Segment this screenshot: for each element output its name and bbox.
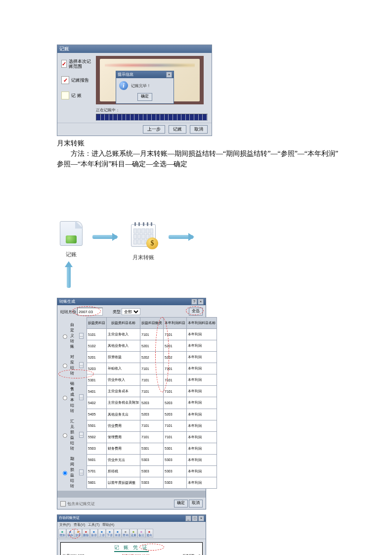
cancel-button[interactable]: 取消 bbox=[189, 500, 203, 508]
table-row[interactable]: 5502管理费用71017101本年利润 bbox=[87, 431, 217, 443]
table-row[interactable]: 5801以前年度损益调整53035303本年利润 bbox=[87, 477, 217, 488]
table-row[interactable]: 5102其他业务收入52015201本年利润 bbox=[87, 340, 217, 352]
calendar-icon: $ bbox=[131, 224, 156, 247]
toolbar-button[interactable]: ■流量 bbox=[130, 529, 137, 538]
table-row[interactable]: 5203补贴收入71017101本年利润 bbox=[87, 363, 217, 374]
bookkeeping-dialog: 记账 ✓选择本次记账范围 ✓记账报告 记 账 提示信息 × i bbox=[57, 45, 212, 136]
voucher-window: 自动转账凭证 _□× 文件(F)查看(V)工具(T)帮助(H) ■增加■保存■放… bbox=[57, 514, 206, 555]
section-heading: 月末转账 bbox=[57, 138, 343, 148]
col-header: 损益类科目 bbox=[87, 318, 107, 329]
cancel-button[interactable]: 取消 bbox=[190, 125, 208, 134]
ref-icon[interactable]: … bbox=[79, 432, 84, 438]
transfer-type-radios: 自定义转账… 对应结转… 销售成本结转… 汇兑损益结转… 期间损益结转… bbox=[60, 317, 84, 489]
menu-item[interactable]: 文件(F) bbox=[59, 522, 71, 527]
ref-icon[interactable]: … bbox=[79, 333, 84, 339]
check-icon bbox=[61, 92, 69, 99]
month-label: 结转月份 bbox=[60, 309, 76, 315]
menu-item[interactable]: 帮助(H) bbox=[102, 522, 114, 527]
toolbar-button[interactable]: ■增加 bbox=[58, 529, 66, 538]
doc-icon bbox=[60, 221, 83, 246]
col-header: 损益类科目名称 bbox=[107, 318, 140, 329]
window-title: 转账生成 bbox=[59, 299, 75, 305]
message-dialog: 提示信息 × i 记账完毕！ 确定 bbox=[116, 71, 174, 104]
transfer-settings-dialog: 转账生成 ?× 结转月份 类型 全部 全选 自定义转账… 对应结转… 销售成本结… bbox=[57, 298, 206, 509]
table-row[interactable]: 5601营业外支出53035303本年利润 bbox=[87, 454, 217, 465]
toolbar-button[interactable]: ■放弃 bbox=[74, 529, 82, 538]
col-header: 本年利润科目 bbox=[164, 318, 187, 329]
table-row[interactable]: 5501营业费用71017101本年利润 bbox=[87, 420, 217, 431]
window-controls[interactable]: ?× bbox=[191, 299, 204, 305]
ok-button[interactable]: 确定 bbox=[137, 93, 152, 101]
check-label: 记账报告 bbox=[71, 78, 89, 83]
flow-node-bookkeeping: 记账 bbox=[54, 221, 88, 258]
table-row[interactable]: 5301营业外收入71017101本年利润 bbox=[87, 374, 217, 386]
scroll-spacer bbox=[57, 491, 206, 498]
table-row[interactable]: 5101主营业务收入71017101本年利润 bbox=[87, 329, 217, 340]
check-icon: ✓ bbox=[61, 60, 67, 68]
flowchart: 记账 $ 月末转账 bbox=[57, 182, 205, 293]
dialog-footer: 上一步 记账 取消 bbox=[57, 123, 212, 136]
post-button[interactable]: 记账 bbox=[169, 125, 186, 134]
col-header: 本年利润科目名称 bbox=[187, 318, 217, 329]
subject-table: 损益类科目 损益类科目名称 损益科目账类 本年利润科目 本年利润科目名称 510… bbox=[87, 317, 217, 489]
message-text: 记账完毕！ bbox=[131, 83, 151, 89]
menu-item[interactable]: 查看(V) bbox=[74, 522, 85, 527]
col-header: 损益科目账类 bbox=[140, 318, 164, 329]
table-row[interactable]: 5401主营业务成本71017101本年利润 bbox=[87, 386, 217, 397]
include-unposted-checkbox[interactable]: 包含未记账凭证 bbox=[60, 501, 95, 507]
prev-button[interactable]: 上一步 bbox=[143, 125, 165, 134]
table-row[interactable]: 5701所得税53035303本年利润 bbox=[87, 465, 217, 477]
type-select[interactable]: 全部 bbox=[122, 308, 140, 315]
coin-icon: $ bbox=[146, 237, 158, 249]
table-row[interactable]: 5201投资收益52025202本年利润 bbox=[87, 352, 217, 363]
menu-bar[interactable]: 文件(F)查看(V)工具(T)帮助(H) bbox=[57, 522, 206, 528]
toolbar-button[interactable]: ■上张 bbox=[98, 529, 106, 538]
ref-icon[interactable]: … bbox=[79, 362, 84, 368]
table-row[interactable]: 5503财务费用53015301本年利润 bbox=[87, 443, 217, 454]
check-label: 记 账 bbox=[71, 93, 82, 98]
radio-exchange[interactable]: 汇兑损益结转… bbox=[60, 418, 84, 451]
select-all-button[interactable]: 全选 bbox=[189, 308, 203, 316]
arrow-up-icon bbox=[67, 263, 71, 288]
radio-period-pl[interactable]: 期间损益结转… bbox=[60, 456, 84, 489]
method-paragraph: 方法：进入总账系统—月末转账—期间损益结转—“期间损益结转”—“参照”—“本年利… bbox=[57, 148, 343, 169]
left-checklist: ✓选择本次记账范围 ✓记账报告 记 账 bbox=[61, 56, 92, 121]
toolbar-button[interactable]: ■保存 bbox=[66, 529, 74, 538]
arrow-icon bbox=[169, 235, 193, 239]
radio-sales-cost[interactable]: 销售成本结转… bbox=[60, 381, 84, 414]
type-label: 类型 bbox=[113, 309, 121, 315]
info-icon: i bbox=[119, 81, 128, 90]
progress-label: 正在记账中： bbox=[96, 107, 208, 113]
radio-corresp[interactable]: 对应结转… bbox=[60, 354, 84, 376]
ref-icon[interactable]: … bbox=[79, 469, 84, 475]
arrow-icon bbox=[92, 235, 117, 239]
window-title: 记账 bbox=[57, 45, 212, 53]
month-input[interactable] bbox=[77, 308, 103, 316]
ref-icon[interactable]: … bbox=[79, 394, 84, 400]
toolbar-button[interactable]: ■退出 bbox=[145, 529, 153, 538]
window-title: 自动转账凭证 bbox=[59, 515, 80, 521]
table-row[interactable]: 5402主营业务税金及附加52035203本年利润 bbox=[87, 397, 217, 409]
toolbar-button[interactable]: ■备注 bbox=[137, 529, 145, 538]
toolbar-button[interactable]: ■查询 bbox=[122, 529, 130, 538]
ok-button[interactable]: 确定 bbox=[174, 500, 188, 508]
voucher-document: 记 账 凭 证 转 字 0001 0003 制单日期 2009.10.30 附单… bbox=[60, 542, 203, 555]
table-row[interactable]: 5405其他业务支出52035203本年利润 bbox=[87, 409, 217, 420]
progress-bar bbox=[96, 114, 208, 121]
dialog-body: ✓选择本次记账范围 ✓记账报告 记 账 提示信息 × i 记账完毕！ bbox=[57, 53, 212, 123]
banner-image: 提示信息 × i 记账完毕！ 确定 bbox=[96, 56, 204, 104]
flow-node-monthend: $ 月末转账 bbox=[124, 221, 163, 261]
close-icon[interactable]: × bbox=[166, 72, 172, 78]
check-icon: ✓ bbox=[61, 76, 69, 84]
check-label: 选择本次记账范围 bbox=[69, 59, 92, 69]
toolbar-button[interactable]: ■删除 bbox=[82, 529, 90, 538]
toolbar[interactable]: ■增加■保存■放弃■删除■首张■上张■下张■末张■查询■流量■备注■退出 bbox=[57, 528, 206, 539]
message-title: 提示信息 × bbox=[116, 71, 174, 78]
toolbar-button[interactable]: ■首张 bbox=[90, 529, 98, 538]
body-text: 月末转账 方法：进入总账系统—月末转账—期间损益结转—“期间损益结转”—“参照”… bbox=[57, 138, 343, 169]
radio-custom[interactable]: 自定义转账… bbox=[60, 322, 84, 349]
toolbar-button[interactable]: ■末张 bbox=[114, 529, 122, 538]
menu-item[interactable]: 工具(T) bbox=[88, 522, 99, 527]
toolbar-button[interactable]: ■下张 bbox=[106, 529, 114, 538]
window-controls[interactable]: _□× bbox=[185, 515, 204, 521]
